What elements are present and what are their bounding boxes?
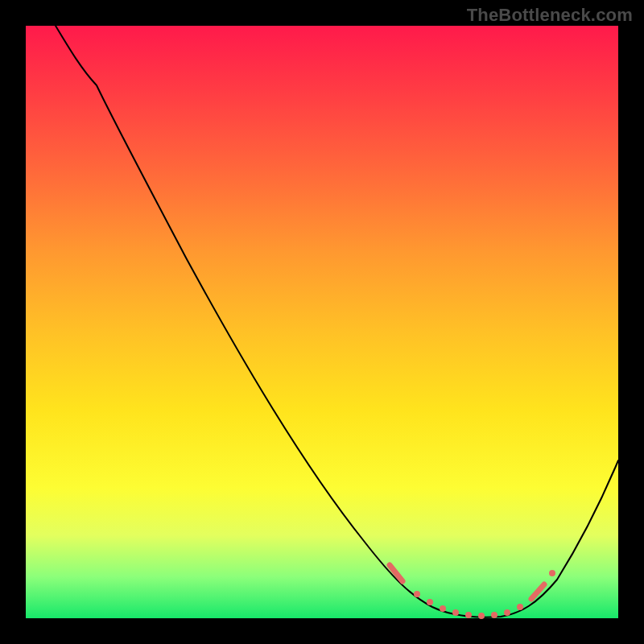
svg-point-8: [517, 604, 523, 610]
svg-point-5: [478, 613, 485, 619]
watermark-text: TheBottleneck.com: [467, 5, 633, 26]
svg-point-6: [491, 612, 497, 618]
bottleneck-curve-svg: [26, 26, 618, 618]
svg-point-3: [452, 609, 459, 616]
svg-point-2: [440, 605, 446, 612]
svg-point-4: [465, 612, 472, 618]
highlight-dots: [390, 565, 555, 619]
chart-frame: TheBottleneck.com: [0, 0, 644, 644]
svg-point-0: [414, 591, 420, 597]
svg-point-9: [549, 570, 555, 576]
svg-point-1: [427, 599, 433, 605]
svg-point-7: [504, 609, 510, 616]
plot-area: [26, 26, 618, 618]
bottleneck-curve: [56, 26, 618, 617]
